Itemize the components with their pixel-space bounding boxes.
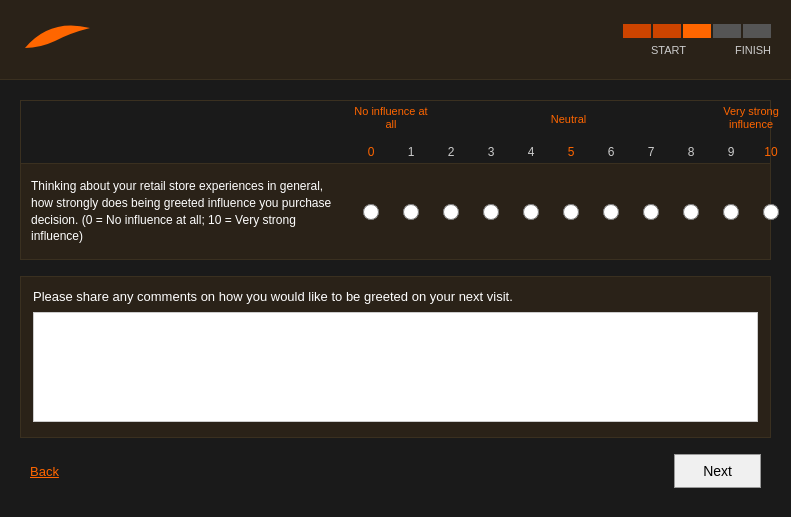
- very-strong-label: Very strong influence: [711, 105, 791, 131]
- scale-numbers-row: 0 1 2 3 4 5 6 7 8 9 10: [351, 145, 791, 163]
- main-content: No influence at all Neutral Very strong …: [0, 80, 791, 498]
- nav-section: Back Next: [20, 454, 771, 488]
- rating-section: No influence at all Neutral Very strong …: [20, 100, 771, 260]
- radio-4[interactable]: [523, 204, 539, 220]
- progress-segment-1: [623, 24, 651, 38]
- radio-cell-7[interactable]: [631, 204, 671, 220]
- radio-9[interactable]: [723, 204, 739, 220]
- progress-segment-3: [683, 24, 711, 38]
- comments-section: Please share any comments on how you wou…: [20, 276, 771, 438]
- question-text: Thinking about your retail store experie…: [21, 172, 351, 251]
- scale-num-4: 4: [511, 145, 551, 163]
- radio-cell-4[interactable]: [511, 204, 551, 220]
- radio-cells: [351, 204, 791, 220]
- radio-cell-6[interactable]: [591, 204, 631, 220]
- radio-5[interactable]: [563, 204, 579, 220]
- progress-area: START FINISH: [623, 24, 771, 56]
- scale-num-10: 10: [751, 145, 791, 163]
- scale-num-7: 7: [631, 145, 671, 163]
- comments-label: Please share any comments on how you wou…: [33, 289, 758, 304]
- progress-labels: START FINISH: [651, 44, 771, 56]
- scale-num-0: 0: [351, 145, 391, 163]
- rating-row: Thinking about your retail store experie…: [21, 164, 770, 259]
- radio-6[interactable]: [603, 204, 619, 220]
- scale-num-9: 9: [711, 145, 751, 163]
- progress-segment-2: [653, 24, 681, 38]
- back-link[interactable]: Back: [30, 464, 59, 479]
- scale-num-8: 8: [671, 145, 711, 163]
- finish-label: FINISH: [735, 44, 771, 56]
- header: START FINISH: [0, 0, 791, 80]
- no-influence-label: No influence at all: [351, 105, 431, 131]
- radio-10[interactable]: [763, 204, 779, 220]
- radio-cell-9[interactable]: [711, 204, 751, 220]
- progress-segment-4: [713, 24, 741, 38]
- scale-num-5: 5: [551, 145, 591, 163]
- radio-cell-5[interactable]: [551, 204, 591, 220]
- scale-num-3: 3: [471, 145, 511, 163]
- comments-textarea[interactable]: [33, 312, 758, 422]
- radio-cell-0[interactable]: [351, 204, 391, 220]
- neutral-label: Neutral: [541, 113, 596, 125]
- radio-cell-8[interactable]: [671, 204, 711, 220]
- progress-segment-5: [743, 24, 771, 38]
- radio-2[interactable]: [443, 204, 459, 220]
- start-label: START: [651, 44, 686, 56]
- radio-8[interactable]: [683, 204, 699, 220]
- radio-1[interactable]: [403, 204, 419, 220]
- next-button[interactable]: Next: [674, 454, 761, 488]
- radio-0[interactable]: [363, 204, 379, 220]
- scale-num-6: 6: [591, 145, 631, 163]
- radio-7[interactable]: [643, 204, 659, 220]
- radio-cell-1[interactable]: [391, 204, 431, 220]
- nike-logo: [20, 13, 110, 63]
- radio-cell-2[interactable]: [431, 204, 471, 220]
- progress-bar: [623, 24, 771, 38]
- scale-num-2: 2: [431, 145, 471, 163]
- logo-container: [20, 13, 110, 66]
- radio-cell-3[interactable]: [471, 204, 511, 220]
- radio-3[interactable]: [483, 204, 499, 220]
- scale-num-1: 1: [391, 145, 431, 163]
- scale-header: No influence at all Neutral Very strong …: [351, 105, 791, 163]
- radio-cell-10[interactable]: [751, 204, 791, 220]
